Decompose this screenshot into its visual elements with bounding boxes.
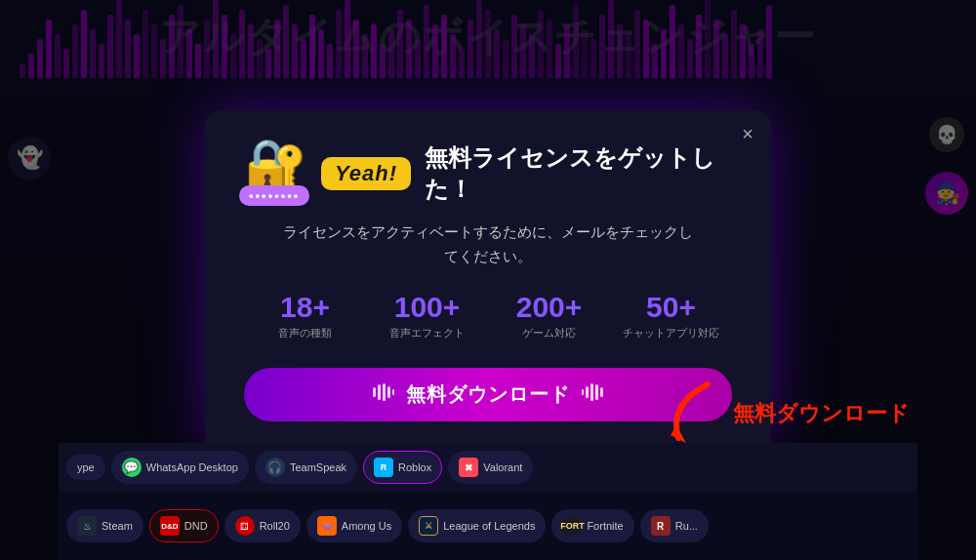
ru-icon: R	[651, 516, 671, 536]
modal-close-button[interactable]: ×	[742, 124, 753, 143]
bottom-bar-row1: ype 💬 WhatsApp Desktop 🎧 TeamSpeak R Rob…	[59, 443, 917, 492]
stats-row: 18+ 音声の種類 100+ 音声エフェクト 200+ ゲーム対応 50+ チャ…	[244, 291, 732, 340]
app-chip-vtype[interactable]: ype	[66, 455, 105, 480]
svg-rect-1	[378, 384, 381, 400]
app-chip-roblox[interactable]: R Roblox	[363, 451, 442, 484]
svg-rect-2	[383, 383, 386, 401]
whatsapp-icon: 💬	[122, 458, 142, 477]
svg-rect-9	[600, 387, 603, 397]
svg-rect-8	[595, 384, 598, 400]
roll20-icon: ⚃	[235, 516, 255, 536]
roblox-icon: R	[374, 458, 393, 477]
among-us-icon: 👾	[317, 516, 337, 536]
svg-rect-3	[387, 386, 390, 398]
app-chip-teamspeak[interactable]: 🎧 TeamSpeak	[255, 451, 357, 484]
wave-left-icon	[373, 383, 394, 406]
dnd-icon: D&D	[160, 516, 180, 536]
app-chip-roll20[interactable]: ⚃ Roll20	[224, 509, 301, 542]
app-chip-fortnite[interactable]: FORT Fortnite	[551, 509, 633, 542]
app-chip-valorant[interactable]: ✖ Valorant	[448, 451, 533, 484]
app-chip-among-us[interactable]: 👾 Among Us	[306, 509, 402, 542]
app-chip-ru[interactable]: R Ru...	[640, 509, 709, 542]
arrow-annotation: 無料ダウンロード	[649, 375, 910, 453]
lol-icon: ⚔	[419, 516, 438, 536]
svg-rect-5	[582, 389, 584, 395]
lock-emoji: 🔐	[244, 137, 307, 193]
lock-icon-wrap: 🔐 ••••••••	[244, 140, 307, 208]
app-chip-steam[interactable]: ♨ Steam	[66, 509, 143, 542]
svg-rect-7	[590, 383, 593, 401]
modal-header: 🔐 •••••••• Yeah! 無料ライセンスをゲットした！	[244, 140, 732, 208]
svg-rect-4	[392, 389, 394, 395]
yeah-badge: Yeah!	[321, 157, 411, 190]
bottom-bar-row2: ♨ Steam D&D DND ⚃ Roll20 👾 Among Us ⚔ Le…	[59, 492, 917, 560]
app-chip-whatsapp[interactable]: 💬 WhatsApp Desktop	[111, 451, 249, 484]
stat-games: 200+ ゲーム対応	[488, 291, 610, 340]
modal-headline: 無料ライセンスをゲットした！	[425, 142, 732, 205]
red-arrow-icon	[649, 375, 727, 453]
stat-chat-apps: 50+ チャットアプリ対応	[610, 291, 732, 340]
stat-effects: 100+ 音声エフェクト	[366, 291, 488, 340]
svg-rect-0	[373, 387, 376, 397]
password-dots: ••••••••	[239, 185, 309, 206]
wave-right-icon	[582, 383, 603, 406]
valorant-icon: ✖	[459, 458, 478, 477]
modal-subtext: ライセンスをアクティベートするために、メールをチェックし てください。	[244, 220, 732, 269]
stat-voices: 18+ 音声の種類	[244, 291, 366, 340]
arrow-label-text: 無料ダウンロード	[733, 399, 910, 428]
teamspeak-icon: 🎧	[265, 458, 285, 477]
app-chip-lol[interactable]: ⚔ League of Legends	[408, 509, 546, 542]
download-button-label: 無料ダウンロード	[406, 381, 570, 408]
app-chip-dnd[interactable]: D&D DND	[149, 509, 219, 542]
fortnite-icon: FORT	[562, 516, 582, 536]
steam-icon: ♨	[77, 516, 97, 536]
svg-rect-6	[586, 386, 589, 398]
